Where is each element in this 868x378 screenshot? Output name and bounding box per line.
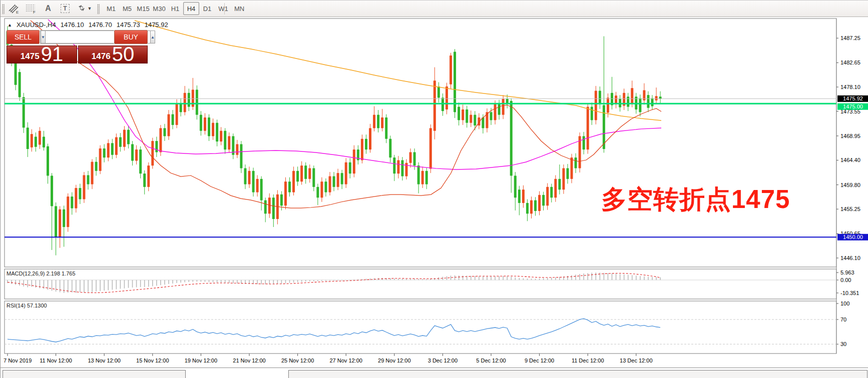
volume-decrease-button[interactable]: ▼ (41, 30, 46, 44)
quote-header: ▲ XAUUSD-,H4 1476.10 1476.70 1475.73 147… (8, 21, 168, 28)
price-tick: 1459.80 (840, 182, 860, 188)
price-tick: 1446.10 (840, 255, 860, 261)
time-label: 19 Nov 12:00 (185, 358, 217, 364)
price-tick: 1455.25 (840, 206, 860, 212)
tf-button-MN[interactable]: MN (231, 2, 247, 15)
volume-increase-button[interactable]: ▲ (150, 30, 155, 44)
blue-line-badge-label: 1450.00 (843, 234, 863, 240)
trading-terminal-window: E F A T ▼ M1M5M15M30H1H4D1W1MN 1487.2514… (0, 0, 868, 378)
docked-window-edge[interactable] (288, 370, 867, 378)
time-label: 3 Dec 12:00 (428, 358, 458, 364)
time-label: 11 Nov 12:00 (40, 358, 72, 364)
time-label: 25 Nov 12:00 (281, 358, 314, 364)
tf-button-H4[interactable]: H4 (183, 2, 199, 15)
arrows-tool-icon[interactable]: ▼ (75, 2, 94, 15)
time-label: 7 Nov 2019 (4, 358, 32, 364)
collapse-triangle-icon[interactable]: ▲ (8, 22, 12, 28)
macd-tick: 5.963 (840, 270, 854, 276)
price-tick: 1468.95 (840, 133, 860, 139)
macd-tick: -10.351 (840, 290, 859, 296)
toolbar: E F A T ▼ M1M5M15M30H1H4D1W1MN (1, 0, 868, 17)
price-tick: 1487.25 (840, 35, 860, 41)
time-label: 29 Nov 12:00 (378, 358, 410, 364)
rsi-tick: 70 (840, 316, 846, 322)
sell-button[interactable]: SELL (7, 30, 40, 44)
tf-button-M30[interactable]: M30 (151, 2, 167, 15)
price-tick: 1482.65 (840, 60, 860, 66)
macd-label: MACD(12,26,9) 2.198 1.765 (7, 270, 76, 276)
buy-button[interactable]: BUY (114, 30, 148, 44)
tf-button-H1[interactable]: H1 (167, 2, 183, 15)
docked-windows-strip (1, 368, 868, 378)
quote-close: 1475.92 (145, 21, 168, 28)
quote-high: 1476.70 (89, 21, 112, 28)
rsi-panel[interactable] (5, 301, 836, 354)
svg-text:E: E (16, 10, 19, 14)
chevron-down-icon: ▼ (88, 6, 92, 11)
text-label-icon[interactable]: A (41, 2, 56, 15)
time-label: 13 Dec 12:00 (620, 358, 652, 364)
time-label: 13 Nov 12:00 (88, 358, 120, 364)
chart-annotation-text: 多空转折点1475 (601, 182, 790, 217)
rsi-tick: 100 (840, 300, 849, 306)
rsi-tick: 30 (840, 341, 846, 347)
tf-button-M15[interactable]: M15 (135, 2, 151, 15)
macd-tick: 0.00 (840, 277, 851, 283)
elliott-channel-icon[interactable]: E (7, 2, 22, 15)
sell-price-small: 1475 (21, 52, 40, 60)
fibonacci-lines-icon[interactable]: F (24, 2, 39, 15)
one-click-trading-panel: SELL ▼ ▲ BUY 1475 91 1476 50 (6, 30, 150, 44)
tf-button-M5[interactable]: M5 (119, 2, 135, 15)
symbol-label: XAUUSD-,H4 (17, 21, 56, 28)
time-label: 15 Nov 12:00 (136, 358, 169, 364)
buy-price-small: 1476 (92, 52, 111, 60)
quote-low: 1475.73 (117, 21, 140, 28)
toolbar-separator (224, 3, 225, 14)
time-label: 27 Nov 12:00 (329, 358, 362, 364)
tf-button-M1[interactable]: M1 (103, 2, 119, 15)
time-label: 5 Dec 12:00 (476, 358, 506, 364)
price-tick: 1464.40 (840, 157, 860, 163)
price-tick: 1478.10 (840, 84, 860, 90)
volume-stepper: ▼ ▲ (40, 30, 114, 44)
current-price-badge-label: 1475.92 (843, 96, 863, 102)
time-label: 21 Nov 12:00 (233, 358, 265, 364)
buy-price-tile[interactable]: 1476 50 (78, 46, 148, 64)
text-box-icon[interactable]: T (58, 2, 73, 15)
toolbar-drag-handle[interactable] (2, 4, 5, 14)
tf-button-D1[interactable]: D1 (199, 2, 215, 15)
sell-price-big: 91 (41, 46, 64, 62)
time-label: 11 Dec 12:00 (572, 358, 604, 364)
toolbar-drag-handle[interactable] (97, 4, 100, 14)
docked-window-edge[interactable] (3, 370, 186, 378)
tf-button-W1[interactable]: W1 (215, 2, 231, 15)
svg-text:F: F (33, 10, 36, 14)
rsi-label: RSI(14) 57.1300 (7, 302, 47, 308)
green-line-badge-label: 1475.00 (843, 104, 863, 110)
time-label: 9 Dec 12:00 (525, 358, 554, 364)
quote-open: 1476.10 (61, 21, 84, 28)
sell-price-tile[interactable]: 1475 91 (7, 46, 77, 64)
macd-panel[interactable] (5, 269, 836, 299)
buy-price-big: 50 (112, 46, 135, 62)
